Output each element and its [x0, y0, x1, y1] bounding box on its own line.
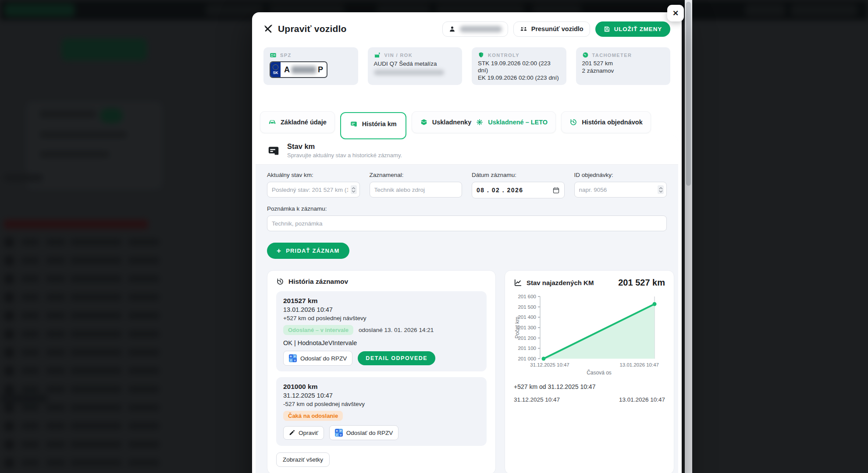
tachometer-records: 2 záznamov	[582, 67, 665, 74]
chart-delta-line: +527 km od 31.12.2025 10:47	[514, 383, 665, 390]
edit-vehicle-modal: ✕ Upraviť vozidlo	[252, 12, 682, 473]
person-icon	[448, 25, 456, 33]
stav-km-input[interactable]	[267, 182, 360, 198]
move-vehicle-button[interactable]: Presunúť vozidlo	[513, 21, 590, 37]
show-all-button[interactable]: Zobraziť všetky	[276, 452, 330, 467]
tab-bar: Základné údaje História km Uskladnen	[260, 109, 674, 133]
chart-range-start: 31.12.2025 10:47	[514, 396, 560, 403]
id-objednavky-input[interactable]	[574, 182, 667, 198]
record-km: 201527 km	[283, 297, 480, 305]
vin-label: VIN / ROK	[384, 53, 413, 58]
spz-label: SPZ	[280, 53, 292, 58]
tachometer-card: TACHOMETER 201 527 km 2 záznamov	[576, 47, 671, 85]
scrollbar-thumb[interactable]	[686, 2, 691, 186]
assigned-user-field[interactable]	[442, 21, 508, 37]
km-record: 201000 km 31.12.2025 10:47 -527 km od po…	[276, 377, 487, 446]
detail-response-button[interactable]: DETAIL ODPOVEDE	[358, 351, 435, 365]
datum-label: Dátum záznamu:	[472, 172, 565, 178]
vehicle-model: AUDI Q7 Šedá metalíza	[374, 60, 456, 67]
close-button[interactable]: ✕	[667, 5, 684, 21]
eu-band: SK	[270, 62, 281, 77]
km-record: 201527 km 13.01.2026 10:47 +527 km od po…	[276, 291, 487, 371]
kontroly-card: KONTROLY STK 19.09.2026 02:00 (223 dní) …	[472, 47, 566, 85]
status-badge: Odoslané – v intervale	[283, 325, 353, 335]
zaznamenal-label: Zaznamenal:	[370, 172, 462, 178]
number-spinner[interactable]	[351, 185, 357, 194]
send-rpzv-label: Odoslať do RPZV	[300, 355, 347, 362]
plus-icon: +	[277, 247, 281, 254]
section-header: Stav km Spravujte aktuálny stav a histor…	[256, 136, 678, 165]
tab-zakladne-udaje-label: Základné údaje	[281, 119, 327, 126]
vehicle-info-cards: SPZ SK A P V	[263, 47, 670, 85]
history-icon	[569, 118, 577, 126]
scrollbar[interactable]	[685, 0, 692, 473]
tab-historia-objednavok-label: História objednávok	[582, 119, 643, 126]
transfer-icon	[520, 25, 527, 33]
kontroly-label: KONTROLY	[488, 53, 519, 58]
section-title: Stav km	[287, 142, 402, 151]
date-input[interactable]: 08 . 02 . 2026	[472, 182, 565, 198]
poznamka-input[interactable]	[267, 215, 667, 231]
badge-note: odoslané 13. 01. 2026 14:21	[359, 327, 434, 333]
km-form: Aktuálny stav km: Zaznamenal:	[256, 165, 678, 231]
add-record-button[interactable]: + PRIDAŤ ZÁZNAM	[267, 243, 349, 259]
record-datetime: 13.01.2026 10:47	[283, 306, 480, 313]
shield-icon	[478, 52, 484, 58]
vin-redacted	[374, 70, 444, 75]
svg-text:201 600: 201 600	[518, 294, 536, 299]
ek-line: EK 19.09.2026 02:00 (223 dní)	[478, 74, 560, 81]
id-objednavky-label: ID objednávky:	[574, 172, 667, 178]
svg-text:201 500: 201 500	[518, 304, 536, 310]
history-panel: História záznamov 201527 km 13.01.2026 1…	[267, 270, 496, 473]
move-vehicle-label: Presunúť vozidlo	[531, 25, 583, 32]
box-icon	[420, 118, 428, 126]
send-rpzv-button[interactable]: RP ZV Odoslať do RPZV	[329, 425, 398, 440]
gauge-icon	[582, 52, 589, 58]
svg-text:Počet km: Počet km	[514, 317, 520, 339]
svg-text:31.12.2025 10:47: 31.12.2025 10:47	[530, 362, 569, 367]
tab-uskladnenky[interactable]: Uskladnenky Uskladnené – LETO	[412, 111, 556, 133]
add-record-label: PRIDAŤ ZÁZNAM	[286, 247, 339, 254]
stk-line: STK 19.09.2026 02:00 (223 dní)	[478, 60, 560, 74]
chart-range-end: 13.01.2026 10:47	[619, 396, 665, 403]
spz-card: SPZ SK A P	[263, 47, 358, 85]
svg-text:201 200: 201 200	[518, 335, 536, 341]
tab-zakladne-udaje[interactable]: Základné údaje	[260, 111, 335, 133]
section-subtitle: Spravujte aktuálny stav a historické záz…	[287, 152, 402, 159]
zaznamenal-input[interactable]	[370, 182, 462, 198]
rpzv-icon: RP ZV	[335, 429, 343, 437]
number-spinner[interactable]	[658, 185, 664, 194]
tab-uskladnenky-label: Uskladnenky	[432, 119, 471, 126]
send-rpzv-label: Odoslať do RPZV	[346, 430, 393, 436]
save-changes-button[interactable]: ULOŽIŤ ZMENY	[595, 21, 670, 37]
svg-text:Časová os: Časová os	[587, 369, 612, 376]
tab-historia-objednavok[interactable]: História objednávok	[561, 111, 651, 133]
svg-text:13.01.2026 10:47: 13.01.2026 10:47	[619, 362, 659, 367]
rpzv-icon: RP ZV	[289, 354, 297, 362]
chart-total-km: 201 527 km	[618, 278, 665, 288]
gear-sun-icon	[476, 118, 484, 126]
tools-icon	[263, 24, 273, 34]
tab-uskladnene-leto-label: Uskladnené – LETO	[488, 119, 548, 126]
plate-prefix: A	[284, 65, 290, 74]
record-delta: -527 km od poslednej návštevy	[283, 401, 480, 407]
stav-km-label: Aktuálny stav km:	[267, 172, 360, 178]
chart-line-icon	[514, 279, 522, 287]
record-datetime: 31.12.2025 10:47	[283, 392, 480, 399]
svg-text:201 300: 201 300	[518, 325, 536, 330]
user-name-redacted	[460, 26, 502, 32]
fix-record-button[interactable]: Opraviť	[283, 426, 324, 440]
send-rpzv-button[interactable]: RP ZV Odoslať do RPZV	[283, 351, 352, 366]
chart-title: Stav najazdených KM	[526, 279, 594, 286]
save-changes-label: ULOŽIŤ ZMENY	[614, 26, 662, 32]
plate-redacted	[292, 66, 316, 74]
car-icon	[268, 118, 276, 126]
plate-suffix: P	[318, 65, 323, 74]
fix-record-label: Opraviť	[299, 430, 318, 436]
calendar-icon[interactable]	[552, 187, 560, 194]
svg-text:201 400: 201 400	[518, 314, 536, 320]
date-value: 08 . 02 . 2026	[477, 187, 523, 194]
eu-stars-icon	[273, 64, 278, 70]
tab-historia-km[interactable]: História km	[340, 112, 406, 139]
svg-text:201 100: 201 100	[518, 346, 536, 351]
